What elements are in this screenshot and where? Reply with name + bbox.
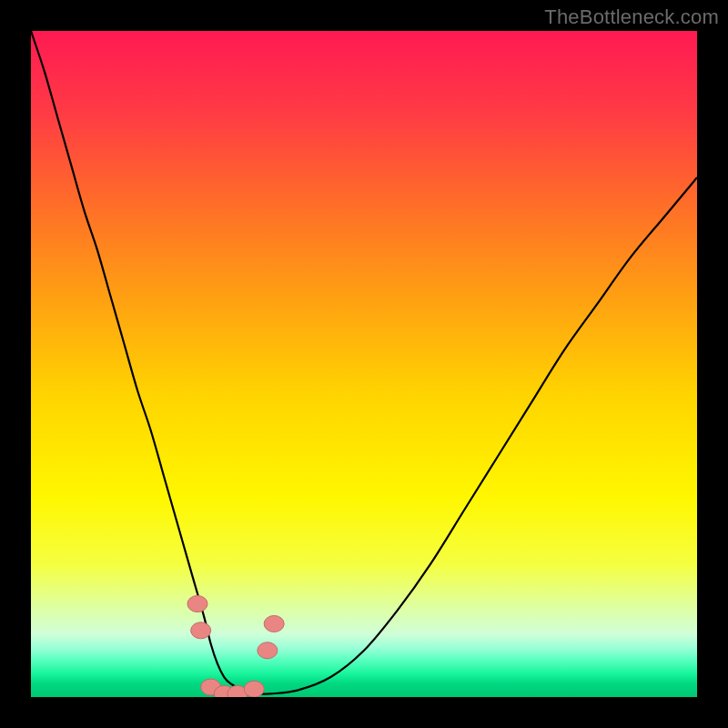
data-marker <box>244 681 264 697</box>
source-credit: TheBottleneck.com <box>544 5 719 29</box>
data-marker <box>187 596 207 612</box>
outer-frame: TheBottleneck.com <box>0 0 728 728</box>
data-marker <box>264 615 284 632</box>
data-marker <box>191 622 211 639</box>
chart-svg <box>31 31 697 697</box>
gradient-background <box>31 31 697 697</box>
plot-area <box>31 31 697 697</box>
data-marker <box>258 642 278 659</box>
